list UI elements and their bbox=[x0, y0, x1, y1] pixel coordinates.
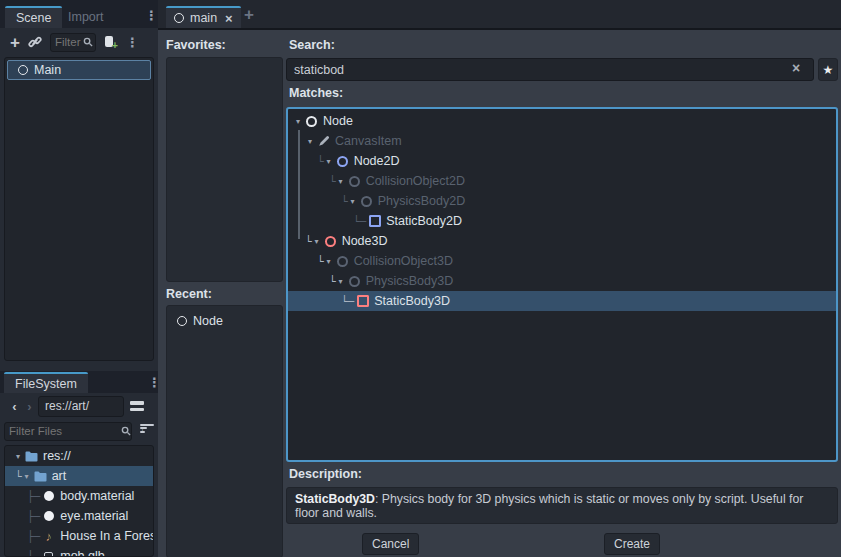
search-icon bbox=[121, 422, 131, 440]
collisionobject3d-icon bbox=[336, 255, 349, 268]
material-icon bbox=[42, 490, 55, 503]
chevron-down-icon[interactable]: ▾ bbox=[324, 257, 334, 266]
fs-row-mob-glb[interactable]: ├─ mob.glb bbox=[5, 546, 153, 557]
filesystem-path-text: res://art/ bbox=[45, 399, 89, 413]
description-box: StaticBody3D: Physics body for 3D physic… bbox=[286, 487, 838, 524]
tab-scene-label: Scene bbox=[16, 11, 51, 25]
tree-connector: ├─ bbox=[27, 531, 40, 542]
chevron-down-icon[interactable]: ▾ bbox=[324, 157, 334, 166]
tab-import[interactable]: Import bbox=[57, 6, 114, 28]
filesystem-navbar: ‹ › res://art/ bbox=[0, 393, 158, 419]
tree-connector: ├─ bbox=[27, 511, 40, 522]
favorites-list bbox=[166, 57, 283, 282]
staticbody3d-icon bbox=[356, 295, 369, 308]
match-label: Node bbox=[323, 114, 353, 128]
fs-row-audio[interactable]: ├─ ♪ House In a Forest Lo bbox=[5, 526, 153, 546]
cancel-button[interactable]: Cancel bbox=[362, 533, 419, 555]
toggle-split-mode-icon[interactable] bbox=[130, 401, 144, 411]
create-button[interactable]: Create bbox=[604, 533, 660, 555]
chevron-down-icon[interactable]: ▾ bbox=[305, 137, 315, 146]
description-term: StaticBody3D bbox=[295, 492, 375, 506]
staticbody2d-icon bbox=[368, 215, 381, 228]
node-icon bbox=[16, 64, 29, 77]
match-row-node2d[interactable]: └ ▾ Node2D bbox=[288, 151, 836, 171]
match-row-staticbody3d[interactable]: └─ StaticBody3D bbox=[288, 291, 836, 311]
tree-connector: ├─ bbox=[27, 551, 40, 557]
scene-tabs-bar: main × + bbox=[158, 0, 841, 30]
chevron-down-icon[interactable]: ▾ bbox=[22, 472, 32, 481]
recent-item-node[interactable]: Node bbox=[167, 311, 282, 331]
attach-script-icon[interactable]: + bbox=[104, 35, 116, 49]
scene-toolbar: + + ⋮ bbox=[0, 28, 158, 56]
tab-scene[interactable]: Scene bbox=[5, 6, 62, 28]
filesystem-filter-input[interactable] bbox=[4, 422, 132, 441]
match-row-canvasitem[interactable]: ▾ CanvasItem bbox=[288, 131, 836, 151]
sort-files-icon[interactable]: ↓ bbox=[140, 425, 154, 438]
filesystem-path[interactable]: res://art/ bbox=[38, 396, 124, 417]
tree-connector: └ bbox=[329, 276, 336, 287]
match-label: Node2D bbox=[354, 154, 400, 168]
match-row-collisionobject3d[interactable]: └ ▾ CollisionObject3D bbox=[288, 251, 836, 271]
physicsbody3d-icon bbox=[348, 275, 361, 288]
favorite-toggle-button[interactable]: ★ bbox=[818, 58, 838, 81]
tab-filesystem[interactable]: FileSystem bbox=[4, 372, 88, 393]
match-label: StaticBody3D bbox=[374, 294, 450, 308]
history-forward-icon[interactable]: › bbox=[23, 399, 36, 414]
fs-row-res[interactable]: ▾ res:// bbox=[5, 446, 153, 466]
star-icon: ★ bbox=[823, 63, 834, 77]
tree-connector: └─ bbox=[353, 216, 366, 227]
close-icon[interactable]: × bbox=[225, 11, 233, 26]
left-dock-column: Scene Import ⋮ + + ⋮ bbox=[0, 0, 158, 557]
scene-icon bbox=[174, 13, 184, 23]
chevron-down-icon[interactable]: ▾ bbox=[336, 177, 346, 186]
scene-tree: Main bbox=[4, 57, 154, 361]
chevron-down-icon[interactable]: ▾ bbox=[336, 277, 346, 286]
tab-import-label: Import bbox=[68, 10, 103, 24]
filesystem-tabstrip: FileSystem ⋮ bbox=[0, 371, 158, 393]
search-input[interactable] bbox=[286, 58, 814, 81]
filesystem-filterbar: ↓ bbox=[4, 421, 154, 441]
match-row-node3d[interactable]: └ ▾ Node3D bbox=[288, 231, 836, 251]
scene-dock-menu-icon[interactable]: ⋮ bbox=[145, 9, 158, 22]
fs-row-body-material[interactable]: ├─ body.material bbox=[5, 486, 153, 506]
new-scene-tab-icon[interactable]: + bbox=[244, 6, 254, 23]
add-node-icon[interactable]: + bbox=[10, 34, 20, 51]
fs-row-art[interactable]: └ ▾ art bbox=[5, 466, 153, 486]
scene-toolbar-menu-icon[interactable]: ⋮ bbox=[126, 36, 139, 49]
chevron-down-icon[interactable]: ▾ bbox=[293, 117, 303, 126]
node-icon bbox=[305, 115, 318, 128]
history-back-icon[interactable]: ‹ bbox=[8, 399, 21, 414]
chevron-down-icon[interactable]: ▾ bbox=[13, 452, 23, 461]
match-row-node[interactable]: ▾ Node bbox=[288, 111, 836, 131]
tab-filesystem-label: FileSystem bbox=[15, 377, 77, 391]
search-icon bbox=[83, 33, 93, 51]
tree-connector: └ bbox=[317, 256, 324, 267]
recent-label: Recent: bbox=[166, 287, 212, 301]
script-plus-glyph: + bbox=[112, 41, 118, 51]
description-label: Description: bbox=[289, 467, 362, 481]
fs-row-eye-material[interactable]: ├─ eye.material bbox=[5, 506, 153, 526]
clear-search-icon[interactable]: × bbox=[792, 60, 800, 76]
scene-tab-label: main bbox=[190, 11, 217, 25]
tree-connector: └ bbox=[15, 471, 22, 482]
chevron-down-icon[interactable]: ▾ bbox=[312, 237, 322, 246]
tree-connector: └ bbox=[317, 156, 324, 167]
physicsbody2d-icon bbox=[360, 195, 373, 208]
chevron-down-icon[interactable]: ▾ bbox=[348, 197, 358, 206]
match-row-physicsbody2d[interactable]: └ ▾ PhysicsBody2D bbox=[288, 191, 836, 211]
scene-node-label: Main bbox=[34, 63, 61, 77]
match-label: PhysicsBody3D bbox=[366, 274, 454, 288]
match-row-collisionobject2d[interactable]: └ ▾ CollisionObject2D bbox=[288, 171, 836, 191]
audio-file-icon: ♪ bbox=[42, 530, 55, 543]
match-row-physicsbody3d[interactable]: └ ▾ PhysicsBody3D bbox=[288, 271, 836, 291]
scene-tree-row-main[interactable]: Main bbox=[7, 60, 151, 80]
tab-scene-main[interactable]: main × bbox=[166, 6, 241, 28]
instance-scene-icon[interactable] bbox=[28, 35, 42, 49]
match-row-staticbody2d[interactable]: └─ StaticBody2D bbox=[288, 211, 836, 231]
create-node-dialog: Favorites: Recent: Node Search: × ★ Matc… bbox=[158, 30, 841, 557]
folder-icon bbox=[34, 470, 47, 483]
main-area: main × + Favorites: Recent: Node Search:… bbox=[158, 0, 841, 557]
recent-item-label: Node bbox=[193, 314, 223, 328]
godot-editor: Scene Import ⋮ + + ⋮ bbox=[0, 0, 841, 557]
recent-list: Node bbox=[166, 305, 283, 557]
